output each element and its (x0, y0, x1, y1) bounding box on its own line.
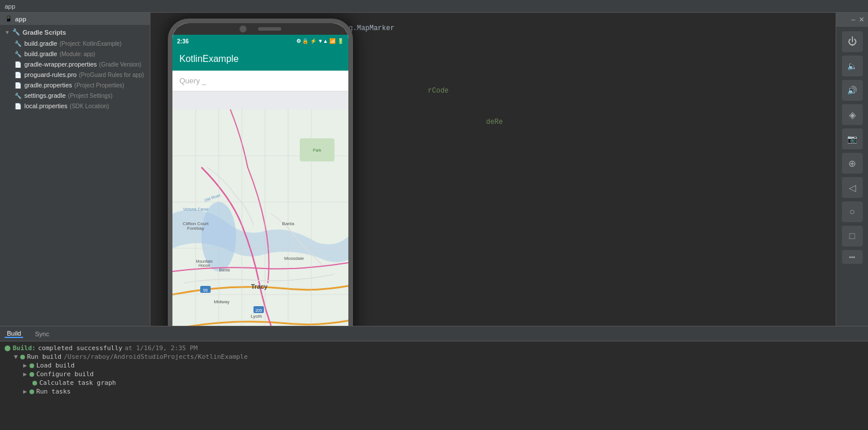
zoom-out-button[interactable]: ◁ (842, 177, 863, 198)
emulator-close-button[interactable]: ✕ (859, 16, 865, 24)
emulator-minimize-button[interactable]: – (851, 16, 855, 24)
svg-text:205: 205 (255, 308, 262, 313)
phone-frame: 2:36 ⚙ 🔒 ⚡ ▼▲ 📶 🔋 KotlinExample Query _ (168, 19, 353, 326)
rotate-button[interactable]: ◈ (842, 104, 863, 125)
phone-top-bar (172, 23, 348, 35)
sidebar: 📱 app ▼ 🔧 Gradle Scripts 🔧 build.gradle … (0, 13, 150, 326)
run-icon (20, 355, 25, 359)
properties-icon: 📄 (14, 81, 22, 89)
gradle-scripts-icon: 🔧 (12, 28, 20, 36)
file-detail: (Gradle Version) (99, 61, 141, 68)
file-detail: (Project Settings) (68, 93, 113, 99)
run-build-label: Run build (27, 353, 62, 361)
filename: proguard-rules.pro (24, 71, 77, 78)
file-detail: (ProGuard Rules for app) (79, 72, 144, 78)
phone-search-placeholder: Query _ (179, 76, 206, 85)
file-detail: (Module: app) (60, 51, 95, 57)
task-icon (30, 372, 34, 377)
phone-speaker (258, 27, 281, 31)
run-build-path: /Users/raboy/AndroidStudioProjects/Kotli… (64, 353, 248, 361)
sidebar-item-settings-gradle[interactable]: 🔧 settings.gradle (Project Settings) (0, 90, 150, 101)
svg-text:Lyoth: Lyoth (251, 314, 262, 319)
build-status: completed successfully (38, 344, 123, 352)
phone-emulator: 2:36 ⚙ 🔒 ⚡ ▼▲ 📶 🔋 KotlinExample Query _ (168, 19, 365, 326)
power-button[interactable]: ⏻ (842, 31, 863, 52)
svg-text:Mountain: Mountain (196, 259, 213, 263)
tab-build[interactable]: Build (5, 330, 23, 338)
sidebar-item-proguard[interactable]: 📄 proguard-rules.pro (ProGuard Rules for… (0, 69, 150, 80)
proguard-icon: 📄 (14, 71, 22, 79)
arrow-expand-icon: ▶ (23, 388, 27, 395)
configure-build-line: ▶ Configure build (5, 370, 863, 378)
success-icon (5, 346, 10, 351)
tab-sync[interactable]: Sync (32, 330, 51, 337)
screenshot-button[interactable]: 📷 (842, 128, 863, 149)
filename: settings.gradle (24, 92, 66, 99)
configure-build-label: Configure build (36, 370, 94, 378)
gradle-icon: 🔧 (14, 91, 22, 100)
file-detail: (Project Properties) (75, 82, 124, 89)
properties-icon: 📄 (14, 102, 22, 110)
task-icon (32, 381, 37, 385)
sidebar-item-build-gradle-project[interactable]: 🔧 build.gradle (Project: KotlinExample) (0, 38, 150, 49)
title-bar: app (0, 0, 868, 13)
main-layout: 📱 app ▼ 🔧 Gradle Scripts 🔧 build.gradle … (0, 13, 868, 326)
filename: gradle-wrapper.properties (24, 61, 97, 68)
calculate-task-graph-line: Calculate task graph (5, 378, 863, 387)
load-build-label: Load build (36, 362, 75, 369)
home-ctrl-button[interactable]: ○ (842, 201, 863, 222)
code-area: 12import com.here.android.mpa.mapping.Ma… (150, 13, 868, 326)
svg-text:House: House (198, 263, 210, 267)
sidebar-header-label: app (15, 16, 27, 23)
file-detail: (Project: KotlinExample) (60, 41, 122, 47)
phone-status-bar: 2:36 ⚙ 🔒 ⚡ ▼▲ 📶 🔋 (172, 35, 348, 47)
task-icon (30, 363, 34, 368)
build-label: Build: (13, 344, 36, 352)
sidebar-item-local-properties[interactable]: 📄 local.properties (SDK Location) (0, 101, 150, 111)
svg-text:Tracy: Tracy (251, 283, 269, 290)
svg-text:Banta: Banta (219, 268, 230, 272)
svg-text:Midway: Midway (214, 299, 229, 304)
file-detail: (SDK Location) (70, 103, 109, 109)
phone-search-bar[interactable]: Query _ (172, 71, 348, 91)
build-result-line: Build: completed successfully at 1/16/19… (5, 344, 863, 352)
phone-time: 2:36 (177, 38, 189, 45)
gradle-scripts-section: ▼ 🔧 Gradle Scripts 🔧 build.gradle (Proje… (0, 25, 150, 112)
phone-app-title: KotlinExample (179, 54, 238, 64)
task-icon (30, 389, 34, 394)
svg-text:Park: Park (313, 148, 322, 152)
load-build-line: ▶ Load build (5, 361, 863, 370)
more-ctrl-button[interactable]: ••• (842, 250, 863, 264)
arrow-expand-icon: ▼ (14, 353, 18, 361)
filename: build.gradle (24, 50, 57, 57)
filename: build.gradle (24, 40, 57, 47)
volume-up-button[interactable]: 🔊 (842, 80, 863, 101)
sidebar-item-gradle-properties[interactable]: 📄 gradle.properties (Project Properties) (0, 80, 150, 90)
calculate-label: Calculate task graph (39, 379, 116, 387)
sidebar-app-icon: 📱 (5, 15, 13, 23)
arrow-expand-icon: ▶ (23, 362, 27, 369)
filename: gradle.properties (24, 82, 72, 89)
properties-icon: 📄 (14, 60, 22, 68)
run-tasks-label: Run tasks (36, 388, 71, 395)
svg-text:Forebay: Forebay (187, 226, 204, 231)
sidebar-item-build-gradle-app[interactable]: 🔧 build.gradle (Module: app) (0, 49, 150, 59)
title-bar-text: app (5, 3, 15, 10)
build-timestamp: at 1/16/19, 2:35 PM (124, 344, 197, 352)
gradle-icon: 🔧 (14, 50, 22, 58)
chevron-icon: ▼ (5, 30, 10, 35)
svg-text:Mossdale: Mossdale (284, 256, 304, 261)
svg-text:Victoria Canal: Victoria Canal (183, 207, 208, 211)
bottom-bar: Build Sync Build: completed successfully… (0, 326, 868, 430)
gradle-scripts-header[interactable]: ▼ 🔧 Gradle Scripts (0, 26, 150, 38)
bottom-tabs: Build Sync (0, 326, 868, 341)
recents-ctrl-button[interactable]: □ (842, 226, 863, 247)
sidebar-header: 📱 app (0, 13, 150, 25)
emulator-panel: – ✕ ⏻ 🔈 🔊 ◈ 📷 ⊕ ◁ ○ □ ••• (836, 13, 868, 326)
volume-down-button[interactable]: 🔈 (842, 56, 863, 76)
arrow-expand-icon: ▶ (23, 370, 27, 378)
run-build-line: ▼ Run build /Users/raboy/AndroidStudioPr… (5, 352, 863, 361)
zoom-in-button[interactable]: ⊕ (842, 153, 863, 174)
sidebar-item-gradle-wrapper[interactable]: 📄 gradle-wrapper.properties (Gradle Vers… (0, 59, 150, 69)
phone-status-icons: ⚙ 🔒 ⚡ ▼▲ 📶 🔋 (296, 38, 344, 44)
